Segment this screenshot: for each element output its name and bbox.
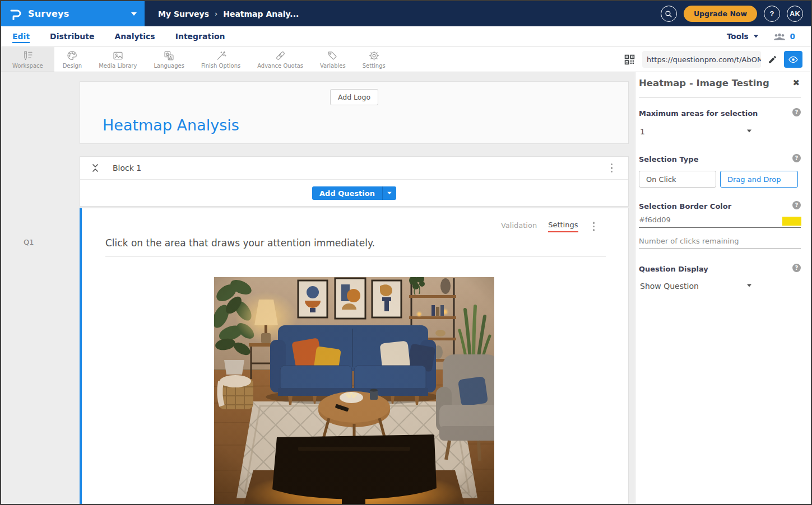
toolbar-item-design[interactable]: Design	[54, 47, 91, 72]
question-display-select[interactable]: Show Question	[640, 282, 752, 291]
people-icon	[773, 32, 786, 41]
toolbar-item-label: Variables	[320, 63, 346, 69]
product-name: Surveys	[28, 8, 69, 19]
survey-canvas: Q1 Add Logo Heatmap Analysis Block 1	[1, 72, 635, 504]
search-button[interactable]	[661, 6, 677, 22]
question-id: Q1	[24, 238, 34, 246]
questionpro-logo-icon	[9, 7, 22, 21]
add-logo-button[interactable]: Add Logo	[330, 89, 378, 105]
chevron-down-icon	[131, 12, 137, 16]
border-color-label: Selection Border Color	[639, 202, 731, 211]
work-area: Q1 Add Logo Heatmap Analysis Block 1	[1, 72, 811, 504]
workspace-icon	[22, 50, 34, 62]
toolbar-item-finish-options[interactable]: Finish Options	[193, 47, 249, 72]
block-header: Block 1	[80, 157, 628, 180]
tab-validation[interactable]: Validation	[501, 221, 537, 232]
qr-code-button[interactable]	[624, 54, 635, 66]
heatmap-image[interactable]	[214, 277, 494, 504]
toolbar-right: https://questionpro.com/t/AbOMEZ8	[624, 47, 811, 72]
max-areas-select[interactable]: 1	[640, 127, 752, 136]
pencil-icon	[768, 55, 777, 64]
question-menu-button[interactable]	[591, 219, 597, 233]
collaborators-count: 0	[790, 32, 795, 41]
avatar[interactable]: AK	[787, 6, 803, 22]
chevron-down-icon	[747, 284, 751, 287]
question-display-label: Question Display	[639, 265, 708, 273]
variables-icon	[327, 50, 338, 62]
survey-nav-tabs: Edit Distribute Analytics Integration	[12, 27, 225, 45]
selection-type-label: Selection Type	[639, 155, 698, 163]
tools-menu[interactable]: Tools	[727, 32, 759, 41]
panel-title: Heatmap - Image Testing	[639, 78, 769, 88]
tab-integration[interactable]: Integration	[175, 27, 225, 45]
collapse-icon[interactable]	[91, 163, 99, 172]
chevron-down-icon	[754, 35, 758, 38]
settings-icon	[368, 50, 380, 62]
upgrade-now-button[interactable]: Upgrade Now	[684, 6, 757, 22]
block-title[interactable]: Block 1	[113, 163, 141, 172]
question-help-icon[interactable]: ?	[792, 264, 801, 272]
max-areas-label: Maximum areas for selection	[639, 109, 758, 118]
selection-type-drag-and-drop[interactable]: Drag and Drop	[720, 171, 798, 188]
block-body: Add Question	[80, 180, 628, 207]
breadcrumb-my-surveys[interactable]: My Surveys	[158, 10, 209, 18]
app-window: Surveys My Surveys › Heatmap Analy... Up…	[0, 0, 812, 505]
max-areas-value: 1	[640, 127, 645, 136]
toolbar-item-label: Workspace	[12, 63, 43, 69]
question-help-icon[interactable]: ?	[792, 201, 801, 209]
question-help-icon[interactable]: ?	[792, 108, 801, 116]
design-icon	[66, 50, 78, 62]
clicks-remaining-input[interactable]	[639, 237, 801, 249]
add-question-dropdown[interactable]	[382, 186, 396, 200]
survey-header-card: Add Logo Heatmap Analysis	[80, 81, 629, 144]
collaborators[interactable]: 0	[773, 32, 795, 41]
tab-distribute[interactable]: Distribute	[50, 27, 94, 45]
question-divider	[105, 256, 606, 257]
toolbar-item-languages[interactable]: Languages	[145, 47, 193, 72]
finish-options-icon	[215, 50, 227, 62]
tools-label: Tools	[727, 32, 749, 41]
tab-settings[interactable]: Settings	[548, 221, 578, 232]
toolbar-item-label: Design	[63, 63, 82, 69]
survey-title[interactable]: Heatmap Analysis	[103, 116, 239, 134]
close-icon[interactable]: ✖	[792, 79, 800, 87]
edit-url-button[interactable]	[768, 55, 777, 64]
question-display-value: Show Question	[640, 282, 699, 291]
chevron-down-icon	[387, 192, 392, 195]
topbar: Surveys My Surveys › Heatmap Analy... Up…	[1, 1, 811, 26]
toolbar-item-media-library[interactable]: Media Library	[90, 47, 145, 72]
toolbar-item-label: Settings	[363, 63, 386, 69]
border-color-input[interactable]	[639, 216, 801, 228]
survey-url-field[interactable]: https://questionpro.com/t/AbOMEZ8	[642, 51, 761, 68]
help-button[interactable]: ?	[764, 6, 780, 22]
tab-analytics[interactable]: Analytics	[114, 27, 155, 45]
toolbar-item-label: Finish Options	[201, 63, 240, 69]
selection-type-on-click[interactable]: On Click	[639, 171, 716, 188]
selection-type-options: On Click Drag and Drop	[639, 171, 798, 188]
toolbar-item-workspace[interactable]: Workspace	[1, 47, 54, 72]
tab-edit[interactable]: Edit	[12, 27, 30, 45]
advance-quotas-icon	[275, 50, 286, 62]
product-switcher[interactable]: Surveys	[1, 1, 145, 26]
survey-nav-right: Tools 0	[727, 32, 795, 41]
breadcrumb-survey-name: Heatmap Analy...	[223, 10, 299, 18]
topbar-actions: Upgrade Now ? AK	[661, 6, 811, 22]
toolbar-item-settings[interactable]: Settings	[354, 47, 394, 72]
toolbar-item-variables[interactable]: Variables	[312, 47, 354, 72]
preview-button[interactable]	[784, 51, 802, 68]
question-help-icon[interactable]: ?	[792, 154, 801, 162]
toolbar-item-label: Languages	[154, 63, 184, 69]
question-settings-panel: Heatmap - Image Testing ✖ Maximum areas …	[635, 72, 811, 504]
breadcrumb: My Surveys › Heatmap Analy...	[158, 10, 299, 18]
add-question-button[interactable]: Add Question	[312, 186, 382, 200]
eye-icon	[788, 56, 799, 63]
toolbar-item-label: Advance Quotas	[257, 63, 303, 69]
panel-divider	[639, 97, 801, 98]
block-card: Block 1 Add Question	[80, 156, 629, 207]
question-text[interactable]: Click on the area that draws your attent…	[105, 237, 375, 249]
languages-icon	[163, 50, 175, 62]
block-menu-button[interactable]	[609, 161, 615, 175]
toolbar-item-advance-quotas[interactable]: Advance Quotas	[249, 47, 312, 72]
border-color-swatch[interactable]	[782, 217, 801, 226]
question-tabs: Validation Settings	[501, 219, 597, 233]
